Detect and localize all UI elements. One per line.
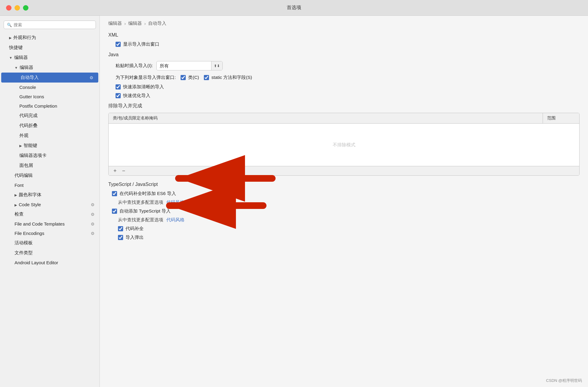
- minimize-button[interactable]: [15, 5, 20, 11]
- exclude-table: 类/包/成员限定名称掩码 范围 不排除模式 + −: [108, 113, 580, 176]
- quick-optimize-label: 快速优化导入: [123, 93, 150, 99]
- paste-insert-select-wrapper: 所有 询问 不导入 ⬆⬇: [156, 61, 223, 70]
- sidebar-item-file-templates[interactable]: File and Code Templates ⚙: [0, 219, 100, 229]
- static-label: static 方法和字段(S): [211, 75, 252, 80]
- expand-icon: ▶: [15, 193, 17, 197]
- code-style-link1[interactable]: 代码风格: [166, 200, 185, 205]
- sidebar-item-appearance[interactable]: ▶外观和行为: [0, 33, 100, 43]
- title-bar: 首选项: [0, 0, 588, 16]
- quick-optimize-checkbox[interactable]: [116, 93, 121, 98]
- table-col2: 范围: [543, 113, 579, 123]
- ts-import-popup-label: 导入弹出: [126, 235, 144, 240]
- sidebar-item-editor[interactable]: ▼编辑器: [0, 63, 100, 73]
- sidebar-item-inspect[interactable]: 检查 ⚙: [0, 209, 100, 219]
- sidebar-item-shortcuts[interactable]: 快捷键: [0, 43, 100, 53]
- expand-icon: ▶: [19, 144, 22, 148]
- sidebar-item-file-types[interactable]: 文件类型: [0, 248, 100, 258]
- sidebar-item-live-templates[interactable]: 活动模板: [0, 238, 100, 248]
- ts-code-complete-checkbox[interactable]: [118, 226, 123, 231]
- sidebar-item-code-style[interactable]: ▶Code Style ⚙: [0, 200, 100, 209]
- sidebar-item-android-layout[interactable]: Android Layout Editor: [0, 258, 100, 267]
- table-header: 类/包/成员限定名称掩码 范围: [109, 113, 579, 124]
- window-controls: [6, 5, 28, 11]
- sidebar-item-font[interactable]: Font: [0, 180, 100, 190]
- table-footer: + −: [109, 166, 579, 175]
- maximize-button[interactable]: [23, 5, 28, 11]
- sidebar-item-appearance2[interactable]: 外观: [0, 131, 100, 141]
- class-checkbox-row: 类(C): [181, 75, 199, 80]
- xml-show-popup-row: 显示导入弹出窗口: [108, 41, 580, 47]
- main-layout: 🔍 ▶外观和行为 快捷键 ▼编辑器 ▼编辑器 自动导入 ⚙ Console Gu…: [0, 16, 588, 387]
- ts-import-popup-checkbox[interactable]: [118, 235, 123, 240]
- paste-insert-row: 粘贴时插入导入(I): 所有 询问 不导入 ⬆⬇: [108, 61, 580, 70]
- gear-icon: ⚙: [91, 222, 95, 226]
- breadcrumb-sep: ›: [124, 21, 126, 26]
- quick-optimize-row: 快速优化导入: [108, 93, 580, 99]
- breadcrumb-sep: ›: [144, 21, 146, 26]
- sidebar-item-editor-root[interactable]: ▼编辑器: [0, 53, 100, 63]
- code-style-link2[interactable]: 代码风格: [166, 217, 185, 222]
- search-box[interactable]: 🔍: [4, 21, 96, 29]
- search-icon: 🔍: [7, 23, 12, 27]
- class-checkbox[interactable]: [181, 75, 186, 80]
- ts-config2-row: 从中查找更多配置选项 代码风格: [108, 217, 580, 223]
- sidebar-item-editor-tabs[interactable]: 编辑器选项卡: [0, 151, 100, 161]
- ts-typescript-row: 自动添加 TypeScript 导入: [108, 208, 580, 214]
- gear-icon: ⚙: [91, 202, 95, 207]
- expand-icon: ▼: [15, 66, 18, 70]
- ts-code-complete-label: 代码补全: [126, 226, 144, 232]
- table-col1: 类/包/成员限定名称掩码: [109, 113, 543, 123]
- sidebar-item-smart-key[interactable]: ▶智能键: [0, 141, 100, 151]
- class-label: 类(C): [188, 75, 199, 80]
- exclude-section-title: 排除导入并完成: [108, 103, 580, 109]
- watermark: CSDN @程序明世码: [546, 378, 582, 383]
- sidebar-item-code-edit[interactable]: 代码编辑: [0, 171, 100, 180]
- show-popup-row: 为下列对象显示导入弹出窗口: 类(C) static 方法和字段(S): [108, 75, 580, 80]
- paste-insert-select[interactable]: 所有 询问 不导入: [157, 61, 211, 70]
- xml-show-popup-label: 显示导入弹出窗口: [123, 41, 159, 47]
- ts-es6-row: 在代码补全时添加 ES6 导入: [108, 191, 580, 197]
- static-checkbox-row: static 方法和字段(S): [204, 75, 252, 80]
- close-button[interactable]: [6, 5, 11, 11]
- ts-import-popup-row: 导入弹出: [108, 235, 580, 240]
- ts-typescript-label: 自动添加 TypeScript 导入: [119, 208, 171, 214]
- expand-icon: ▼: [9, 56, 12, 60]
- sidebar-item-auto-import[interactable]: 自动导入 ⚙: [1, 73, 98, 83]
- paste-insert-label: 粘贴时插入导入(I):: [116, 63, 153, 69]
- add-row-button[interactable]: +: [112, 168, 118, 174]
- content-area: 编辑器 › 编辑器 › 自动导入 XML 显示导入弹出窗口 Java 粘贴时插入…: [100, 16, 588, 387]
- sidebar: 🔍 ▶外观和行为 快捷键 ▼编辑器 ▼编辑器 自动导入 ⚙ Console Gu…: [0, 16, 100, 387]
- gear-icon: ⚙: [90, 75, 93, 80]
- ts-config1-row: 从中查找更多配置选项 代码风格: [108, 200, 580, 205]
- window-title: 首选项: [287, 5, 301, 11]
- sidebar-item-postfix[interactable]: Postfix Completion: [0, 101, 100, 111]
- breadcrumb: 编辑器 › 编辑器 › 自动导入: [100, 16, 588, 30]
- xml-show-popup-checkbox[interactable]: [116, 42, 121, 47]
- gear-icon: ⚙: [91, 212, 95, 217]
- java-section-title: Java: [108, 52, 580, 57]
- ts-es6-label: 在代码补全时添加 ES6 导入: [119, 191, 176, 197]
- quick-add-checkbox[interactable]: [116, 84, 121, 89]
- sidebar-item-breadcrumb[interactable]: 面包屑: [0, 161, 100, 171]
- sidebar-item-file-encodings[interactable]: File Encodings ⚙: [0, 229, 100, 238]
- quick-add-row: 快速添加清晰的导入: [108, 84, 580, 90]
- search-input[interactable]: [14, 22, 93, 27]
- select-arrow-icon: ⬆⬇: [211, 61, 222, 70]
- sidebar-item-console[interactable]: Console: [0, 83, 100, 92]
- table-empty-text: 不排除模式: [333, 142, 355, 148]
- show-popup-label: 为下列对象显示导入弹出窗口:: [116, 75, 176, 80]
- sidebar-item-code-complete[interactable]: 代码完成: [0, 111, 100, 121]
- expand-icon: ▶: [15, 203, 17, 207]
- static-checkbox[interactable]: [204, 75, 209, 80]
- quick-add-label: 快速添加清晰的导入: [123, 84, 164, 90]
- xml-section-title: XML: [108, 32, 580, 38]
- sidebar-item-color-font[interactable]: ▶颜色和字体: [0, 190, 100, 200]
- content-body: XML 显示导入弹出窗口 Java 粘贴时插入导入(I): 所有 询问 不导入 …: [100, 32, 588, 249]
- sidebar-item-code-fold[interactable]: 代码折叠: [0, 121, 100, 131]
- ts-typescript-checkbox[interactable]: [112, 209, 117, 214]
- remove-row-button[interactable]: −: [121, 168, 127, 174]
- ts-code-complete-row: 代码补全: [108, 226, 580, 232]
- sidebar-item-gutter-icons[interactable]: Gutter Icons: [0, 92, 100, 101]
- table-body: 不排除模式: [109, 124, 579, 166]
- ts-es6-checkbox[interactable]: [112, 191, 117, 196]
